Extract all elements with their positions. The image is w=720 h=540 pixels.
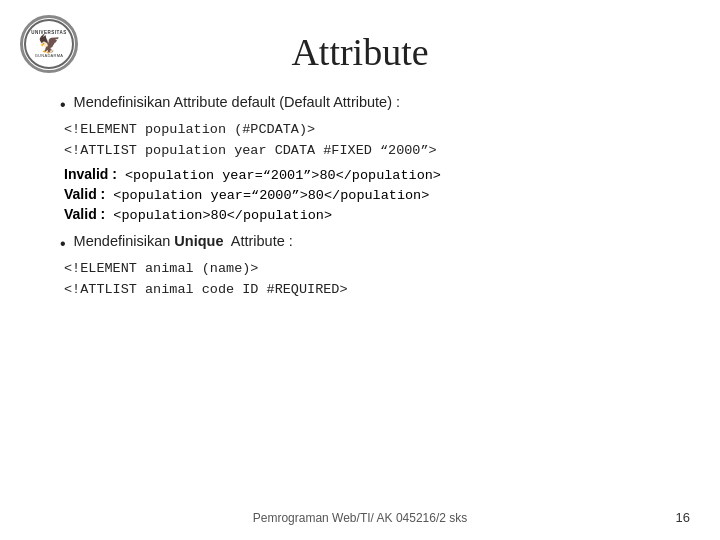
valid-label-1: Valid : [64,186,105,202]
slide-content: • Mendefinisikan Attribute default (Defa… [40,94,680,300]
valid-label-2: Valid : [64,206,105,222]
valid-code-1: <population year=“2000”>80</population> [105,188,429,203]
invalid-example: Invalid : <population year=“2001”>80</po… [64,166,660,183]
page-title: Attribute [40,20,680,74]
slide-footer: Pemrograman Web/TI/ AK 045216/2 sks [0,511,720,525]
university-logo: UNIVERSITAS 🦅 GUNADARMA [20,15,80,75]
code-line-2: <!ATTLIST population year CDATA #FIXED “… [64,141,660,161]
valid-example-2: Valid : <population>80</population> [64,206,660,223]
code-line-3: <!ELEMENT animal (name)> [64,259,660,279]
section1-label: Mendefinisikan Attribute default (Defaul… [74,94,400,110]
section2-code: <!ELEMENT animal (name)> <!ATTLIST anima… [64,259,660,301]
invalid-code: <population year=“2001”>80</population> [117,168,441,183]
logo-eagle-icon: 🦅 [38,35,60,53]
bullet-1: • [60,96,66,114]
bullet-2: • [60,235,66,253]
valid-example-1: Valid : <population year=“2000”>80</popu… [64,186,660,203]
logo-text-bottom: GUNADARMA [35,53,64,58]
slide-page: UNIVERSITAS 🦅 GUNADARMA Attribute • Mend… [0,0,720,540]
page-number: 16 [676,510,690,525]
section1-header: • Mendefinisikan Attribute default (Defa… [60,94,660,114]
code-line-4: <!ATTLIST animal code ID #REQUIRED> [64,280,660,300]
valid-code-2: <population>80</population> [105,208,332,223]
footer-text: Pemrograman Web/TI/ AK 045216/2 sks [253,511,468,525]
code-line-1: <!ELEMENT population (#PCDATA)> [64,120,660,140]
section2-header: • Mendefinisikan Unique Attribute : [60,233,660,253]
section1-code: <!ELEMENT population (#PCDATA)> <!ATTLIS… [64,120,660,162]
section2-label: Mendefinisikan Unique Attribute : [74,233,293,249]
invalid-label: Invalid : [64,166,117,182]
